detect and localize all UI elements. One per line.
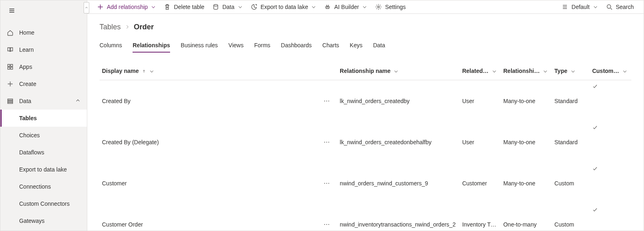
chevron-right-icon (125, 24, 130, 31)
sidebar-item-label: Learn (19, 46, 34, 53)
table-row[interactable]: Customernwind_orders_nwind_customers_9Cu… (100, 163, 631, 204)
sidebar-item-custom-connectors[interactable]: Custom Connectors (0, 195, 87, 212)
command-bar: Add relationship Delete table Data Expor… (87, 0, 644, 14)
tab-data[interactable]: Data (373, 42, 385, 53)
chevron-down-icon (571, 69, 575, 74)
col-header-custom[interactable]: Custom… (590, 64, 631, 80)
cell-relationship-name: lk_nwind_orders_createdby (337, 80, 460, 122)
sidebar-item-tables[interactable]: Tables (0, 110, 87, 127)
col-header-relationship-type[interactable]: Relationshi… (501, 64, 552, 80)
sidebar-item-dataflows[interactable]: Dataflows (0, 144, 87, 161)
sidebar-item-label: Connections (19, 183, 51, 190)
breadcrumb-root[interactable]: Tables (100, 23, 121, 31)
cell-related: User (460, 121, 501, 163)
cell-actions (317, 163, 337, 204)
col-header-label: Type (554, 68, 567, 74)
sidebar-item-label: Home (19, 29, 34, 36)
table-row[interactable]: Created By (Delegate)lk_nwind_orders_cre… (100, 121, 631, 163)
tab-charts[interactable]: Charts (322, 42, 339, 53)
col-header-related[interactable]: Related… (460, 64, 501, 80)
sidebar-item-gateways[interactable]: Gateways (0, 212, 87, 229)
sidebar-item-label: Gateways (19, 218, 44, 224)
list-icon (562, 4, 568, 10)
cell-custom (590, 121, 631, 163)
cell-custom (590, 80, 631, 122)
add-relationship-button[interactable]: Add relationship (95, 0, 158, 13)
delete-table-button[interactable]: Delete table (162, 0, 207, 13)
cell-type: Standard (552, 121, 590, 163)
sidebar-item-connections[interactable]: Connections (0, 178, 87, 195)
search-button[interactable]: Search (604, 0, 636, 13)
chevron-down-icon (311, 4, 316, 9)
row-more-button[interactable] (322, 138, 331, 147)
cmd-label: Default (571, 4, 589, 10)
cell-display-name: Customer (100, 163, 317, 204)
check-icon (592, 166, 598, 172)
tab-business-rules[interactable]: Business rules (181, 42, 218, 53)
cell-actions (317, 80, 337, 122)
cell-related: Inventory T… (460, 204, 501, 231)
table-row[interactable]: Customer Ordernwind_inventorytransaction… (100, 204, 631, 231)
chevron-down-icon (151, 4, 156, 9)
col-header-relationship-name[interactable]: Relationship name (337, 64, 460, 80)
cell-display-name: Created By (100, 80, 317, 122)
sidebar-nav: Home Learn Apps Create Data Tables (0, 21, 87, 229)
table-row[interactable]: Created Bylk_nwind_orders_createdbyUserM… (100, 80, 631, 122)
data-icon (7, 98, 13, 104)
sidebar-item-export-lake[interactable]: Export to data lake (0, 161, 87, 178)
tab-forms[interactable]: Forms (254, 42, 270, 53)
check-icon (592, 125, 598, 130)
breadcrumb: Tables Order (100, 23, 631, 31)
view-switcher[interactable]: Default (559, 0, 600, 13)
col-header-type[interactable]: Type (552, 64, 590, 80)
ai-builder-button[interactable]: AI Builder (322, 0, 370, 13)
chevron-down-icon (543, 69, 548, 74)
gear-icon (375, 4, 382, 10)
breadcrumb-current: Order (134, 23, 154, 31)
col-header-label: Related… (462, 68, 489, 74)
sidebar-item-label: Tables (19, 115, 37, 121)
chevron-down-icon (149, 69, 154, 74)
cell-relationship-type: Many-to-one (501, 163, 552, 204)
col-header-display-name[interactable]: Display name (100, 64, 317, 80)
tab-views[interactable]: Views (228, 42, 243, 53)
tab-label: Relationships (133, 42, 170, 48)
cell-relationship-name: nwind_inventorytransactions_nwind_orders… (337, 204, 460, 231)
row-more-button[interactable] (322, 179, 331, 188)
search-icon (606, 4, 613, 10)
entity-tabs: ColumnsRelationshipsBusiness rulesViewsF… (100, 42, 631, 53)
tab-dashboards[interactable]: Dashboards (281, 42, 312, 53)
row-more-button[interactable] (322, 220, 331, 229)
col-header-actions (317, 64, 337, 80)
settings-button[interactable]: Settings (373, 0, 408, 13)
cell-display-name: Customer Order (100, 204, 317, 231)
cell-type: Custom (552, 163, 590, 204)
cmd-label: Data (222, 4, 235, 10)
chevron-down-icon (394, 69, 398, 74)
cmd-label: Export to data lake (261, 4, 308, 10)
cell-relationship-type: Many-to-one (501, 80, 552, 122)
scrollbar-up-button[interactable] (84, 2, 89, 13)
chevron-down-icon (238, 4, 243, 9)
data-menu-button[interactable]: Data (210, 0, 245, 13)
sidebar-item-label: Custom Connectors (19, 200, 70, 207)
main-area: Add relationship Delete table Data Expor… (87, 0, 644, 231)
sidebar-item-label: Apps (19, 64, 32, 70)
export-lake-button[interactable]: Export to data lake (248, 0, 319, 13)
sidebar-item-data[interactable]: Data (0, 92, 87, 110)
sort-asc-icon (142, 69, 146, 73)
tab-columns[interactable]: Columns (100, 42, 122, 53)
chevron-down-icon (622, 69, 627, 74)
sidebar-item-label: Export to data lake (19, 166, 67, 173)
row-more-button[interactable] (322, 97, 331, 106)
cell-display-name: Created By (Delegate) (100, 121, 317, 163)
cell-relationship-name: lk_nwind_orders_createdonbehalfby (337, 121, 460, 163)
left-sidebar: Home Learn Apps Create Data Tables (0, 0, 87, 231)
tab-relationships[interactable]: Relationships (133, 42, 170, 53)
cell-relationship-name: nwind_orders_nwind_customers_9 (337, 163, 460, 204)
chevron-down-icon (492, 69, 497, 74)
sidebar-item-label: Data (19, 98, 31, 104)
tab-label: Business rules (181, 42, 218, 48)
tab-label: Forms (254, 42, 270, 48)
tab-keys[interactable]: Keys (350, 42, 363, 53)
